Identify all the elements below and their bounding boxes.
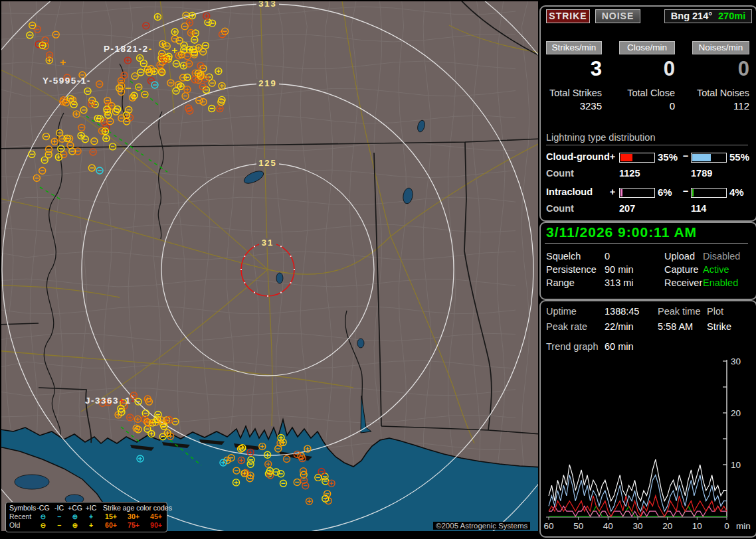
range-value: 313 mi — [605, 277, 634, 288]
svg-text:60: 60 — [543, 521, 553, 531]
svg-text:10: 10 — [731, 460, 741, 470]
upload-label: Upload — [664, 251, 695, 262]
noise-toggle-button[interactable]: NOISE — [595, 9, 640, 23]
plot-label: Plot — [707, 306, 723, 317]
minus-sign: − — [682, 151, 690, 163]
count-label: Count — [546, 203, 574, 215]
svg-text:40: 40 — [603, 521, 613, 531]
map-viewport: 31321912531P-1821-2-Y-5995-1-J-3363+1- — [1, 1, 538, 531]
trend-series-Total strike rate — [549, 459, 727, 501]
legend-text: +IC — [78, 504, 104, 512]
plus-sign: + — [609, 187, 616, 198]
ic-plus-bar — [619, 188, 655, 198]
status-panel: 3/11/2026 9:00:11 AM Squelch 0 Upload Di… — [539, 222, 756, 300]
datetime-divider — [545, 243, 748, 244]
lake — [357, 339, 364, 348]
svg-text:20: 20 — [731, 408, 741, 418]
cg-minus-count: 1789 — [691, 168, 712, 180]
map-legend: Symbols-CG-IC+CG+ICStrike age color code… — [5, 502, 167, 532]
persistence-label: Persistence — [546, 264, 597, 275]
receiver-status: Enabled — [703, 277, 738, 288]
intracloud-label: Intracloud — [546, 187, 611, 198]
peak-rate-value: 22/min — [605, 321, 634, 332]
svg-text:219: 219 — [258, 78, 277, 88]
total-strikes-label: Total Strikes — [546, 88, 602, 98]
svg-text:30: 30 — [632, 521, 642, 531]
receiver-label: Receiver — [664, 277, 702, 288]
noises-per-min-value: 0 — [692, 57, 749, 82]
cloud-ground-label: Cloud-ground — [546, 151, 611, 163]
count-label: Count — [546, 168, 574, 180]
map-canvas[interactable]: 31321912531P-1821-2-Y-5995-1-J-3363+1- — [1, 1, 538, 531]
ic-minus-bar — [691, 188, 727, 198]
uptime-label: Uptime — [546, 306, 577, 317]
strike-toggle-button[interactable]: STRIKE — [546, 9, 590, 23]
legend-text: 45+ — [143, 512, 169, 520]
distribution-divider — [546, 145, 748, 145]
total-noises-label: Total Noises — [692, 88, 749, 98]
strikes-per-min-value: 3 — [546, 57, 602, 82]
squelch-value: 0 — [605, 251, 610, 262]
close-per-min-chip[interactable]: Close/min — [619, 41, 675, 54]
peak-time-label: Peak time — [658, 306, 700, 317]
cg-minus-bar — [691, 153, 727, 163]
svg-text:125: 125 — [258, 158, 277, 168]
svg-text:Y-5995-1-: Y-5995-1- — [43, 76, 91, 86]
total-noises-value: 112 — [692, 100, 749, 112]
svg-text:10: 10 — [692, 521, 702, 531]
legend-text: Recent — [9, 512, 31, 520]
copyright-text: ©2005 Astrogenic Systems — [433, 522, 530, 530]
ic-minus-percent: 4% — [729, 187, 756, 198]
bearing-range-value: 270mi — [718, 10, 745, 23]
plot-mode-value: Strike — [707, 321, 731, 332]
lake — [15, 475, 49, 489]
peak-rate-label: Peak rate — [546, 321, 587, 332]
svg-text:20: 20 — [662, 521, 672, 531]
trend-graph-label: Trend graph — [546, 341, 598, 352]
datetime-display: 3/11/2026 9:00:11 AM — [546, 224, 697, 240]
range-label: Range — [546, 277, 575, 288]
svg-text:min: min — [736, 521, 751, 531]
total-close-label: Total Close — [619, 88, 675, 98]
strikes-per-min-chip[interactable]: Strikes/min — [546, 41, 602, 54]
svg-text:313: 313 — [258, 1, 277, 9]
trend-series--CG rate — [549, 475, 727, 512]
svg-text:30: 30 — [731, 357, 741, 366]
bearing-label: Bng 214° — [671, 10, 712, 23]
total-strikes-value: 3235 — [546, 100, 602, 112]
uptime-value: 1388:45 — [605, 306, 639, 317]
svg-text:0: 0 — [724, 521, 729, 531]
trend-panel: Uptime 1388:45 Peak time Plot Peak rate … — [539, 300, 756, 538]
app-window: { "header": { "strike_btn": "STRIKE", "n… — [0, 0, 756, 539]
svg-text:P-1821-2-: P-1821-2- — [104, 44, 153, 54]
legend-text: Old — [9, 521, 20, 529]
squelch-label: Squelch — [546, 251, 581, 262]
minus-sign: − — [682, 186, 690, 198]
capture-status: Active — [703, 264, 729, 275]
persistence-value: 90 min — [605, 264, 634, 275]
trend-graph-window: 60 min — [605, 341, 634, 352]
trend-graph: 1020306050403020100min — [542, 357, 752, 532]
svg-text:31: 31 — [262, 238, 274, 248]
plus-sign: + — [609, 151, 616, 163]
counters-panel: STRIKE NOISE Bng 214° 270mi Strikes/min … — [539, 5, 756, 222]
legend-text: 90+ — [143, 521, 169, 529]
capture-label: Capture — [664, 264, 699, 275]
peak-time-value: 5:58 AM — [658, 321, 693, 332]
close-per-min-value: 0 — [619, 57, 675, 82]
lake — [276, 273, 283, 283]
cg-minus-percent: 55% — [729, 151, 756, 163]
upload-status: Disabled — [703, 251, 740, 262]
noises-per-min-chip[interactable]: Noises/min — [692, 41, 749, 54]
legend-text: Strike age color codes — [103, 504, 172, 512]
total-close-value: 0 — [619, 100, 675, 112]
cg-plus-bar — [619, 153, 655, 163]
ic-minus-count: 114 — [691, 203, 706, 215]
svg-text:J-3363+1-: J-3363+1- — [85, 396, 135, 406]
svg-text:50: 50 — [573, 521, 583, 531]
ic-plus-count: 207 — [619, 203, 635, 215]
distribution-title: Lightning type distribution — [546, 132, 655, 143]
cg-plus-count: 1125 — [619, 168, 640, 180]
bearing-readout: Bng 214° 270mi — [664, 9, 752, 23]
